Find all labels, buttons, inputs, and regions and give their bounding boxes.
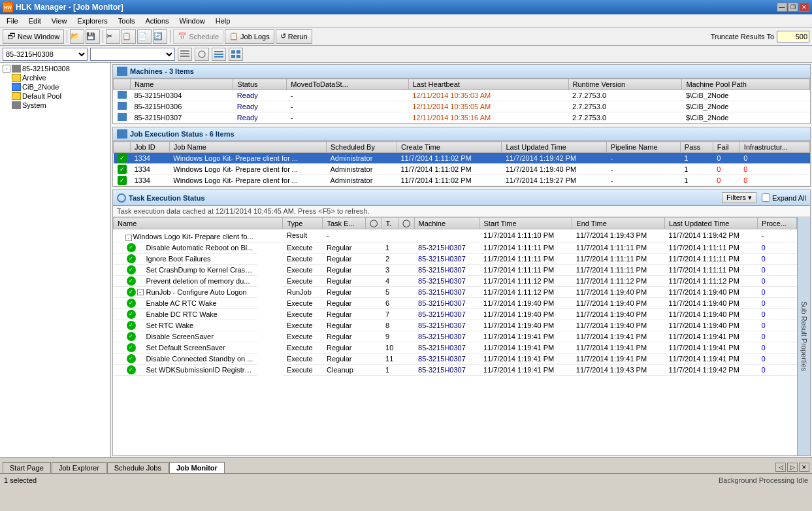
- schedule-button[interactable]: 📅 Schedule: [173, 29, 223, 44]
- addr-btn-4[interactable]: [229, 48, 243, 61]
- task-row[interactable]: ✓-RunJob - Configure Auto Logon RunJob R…: [114, 287, 797, 298]
- jobs-table-wrapper[interactable]: Job ID Job Name Scheduled By Create Time…: [113, 141, 810, 186]
- addr-btn-1[interactable]: [178, 48, 192, 61]
- menu-tools[interactable]: Tools: [113, 14, 140, 27]
- col-machine-poolpath[interactable]: Machine Pool Path: [682, 79, 810, 90]
- paste-button[interactable]: 📄: [137, 29, 152, 44]
- truncate-input[interactable]: [777, 31, 809, 42]
- addr-btn-3[interactable]: [212, 48, 226, 61]
- sidebar-item-default-pool[interactable]: Default Pool: [1, 91, 109, 101]
- job-logs-icon: 📋: [229, 32, 238, 41]
- expand-all-checkbox[interactable]: [762, 193, 770, 202]
- task-row[interactable]: ✓Set CrashDump to Kernel Crash... Execut…: [114, 265, 797, 276]
- col-task-col1[interactable]: ◯: [365, 218, 382, 229]
- machine-row-icon: [114, 101, 131, 112]
- col-job-pipeline[interactable]: Pipeline Name: [606, 142, 680, 153]
- pool-selector[interactable]: [90, 48, 175, 61]
- col-job-id[interactable]: Job ID: [131, 142, 170, 153]
- tab-nav-close[interactable]: ✕: [799, 463, 809, 472]
- col-task-exec[interactable]: Task E...: [323, 218, 365, 229]
- task-col1-7: [365, 309, 382, 320]
- tab-nav-left[interactable]: ◁: [775, 463, 786, 472]
- root-expand-icon[interactable]: -: [3, 65, 10, 73]
- task-row[interactable]: -Windows Logo Kit- Prepare client fo... …: [114, 229, 797, 242]
- col-task-proc[interactable]: Proce...: [757, 218, 796, 229]
- menu-window[interactable]: Window: [174, 14, 210, 27]
- col-task-col2[interactable]: ◯: [398, 218, 414, 229]
- tab-job-monitor[interactable]: Job Monitor: [169, 462, 225, 473]
- restore-button[interactable]: ❐: [788, 3, 798, 12]
- col-job-create[interactable]: Create Time: [397, 142, 502, 153]
- col-machine-runtime[interactable]: Runtime Version: [568, 79, 682, 90]
- job-row-1[interactable]: ✓ 1334 Windows Logo Kit- Prepare client …: [114, 164, 810, 175]
- window-title: HLK Manager - [Job Monitor]: [16, 3, 123, 12]
- task-row[interactable]: ✓Enable DC RTC Wake Execute Regular 7 85…: [114, 309, 797, 320]
- machine-row[interactable]: 85-3215H0307 Ready - 12/11/2014 10:35:16…: [114, 112, 810, 124]
- task-row[interactable]: ✓Set RTC Wake Execute Regular 8 85-3215H…: [114, 320, 797, 331]
- menu-actions[interactable]: Actions: [140, 14, 174, 27]
- task-row[interactable]: ✓Disable ScreenSaver Execute Regular 9 8…: [114, 331, 797, 342]
- machine-row[interactable]: 85-3215H0306 Ready - 12/11/2014 10:35:05…: [114, 101, 810, 112]
- job-row-2[interactable]: ✓ 1334 Windows Logo Kit- Prepare client …: [114, 175, 810, 186]
- save-button[interactable]: 💾: [86, 29, 100, 44]
- task-row[interactable]: ✓Disable Automatic Reboot on Bl... Execu…: [114, 242, 797, 254]
- col-task-name[interactable]: Name: [114, 218, 283, 229]
- rerun-button[interactable]: ↺ Rerun: [276, 29, 312, 44]
- job-logs-button[interactable]: 📋 Job Logs: [225, 29, 274, 44]
- sidebar-item-cib2node[interactable]: CiB_2Node: [1, 82, 109, 91]
- col-task-machine[interactable]: Machine: [414, 218, 479, 229]
- col-job-updated[interactable]: Last Updated Time: [502, 142, 607, 153]
- col-job-infra[interactable]: Infrastructur...: [739, 142, 809, 153]
- minimize-button[interactable]: —: [777, 3, 787, 12]
- col-job-scheduled[interactable]: Scheduled By: [327, 142, 397, 153]
- addr-btn-2[interactable]: [195, 48, 209, 61]
- menu-file[interactable]: File: [1, 14, 24, 27]
- tab-nav-right[interactable]: ▷: [787, 463, 798, 472]
- close-button[interactable]: ✕: [799, 3, 809, 12]
- col-job-fail[interactable]: Fail: [713, 142, 739, 153]
- task-row[interactable]: ✓Ignore Boot Failures Execute Regular 2 …: [114, 254, 797, 265]
- task-row[interactable]: ✓Set WDKSubmissionID Registry... Execute…: [114, 365, 797, 376]
- task-row[interactable]: ✓Set Default ScreenSaver Execute Regular…: [114, 342, 797, 354]
- col-task-updated[interactable]: Last Updated Time: [665, 218, 758, 229]
- tab-start-page[interactable]: Start Page: [3, 462, 51, 473]
- menu-explorers[interactable]: Explorers: [72, 14, 112, 27]
- machine-selector[interactable]: 85-3215H0308: [3, 48, 88, 61]
- new-window-button[interactable]: 🗗 New Window: [3, 29, 64, 44]
- task-end-6: 11/7/2014 1:19:40 PM: [572, 298, 665, 309]
- machine-row[interactable]: 85-3215H0304 Ready - 12/11/2014 10:35:03…: [114, 90, 810, 101]
- sidebar-item-archive[interactable]: Archive: [1, 73, 109, 82]
- col-machine-status[interactable]: Status: [233, 79, 287, 90]
- col-job-name[interactable]: Job Name: [169, 142, 326, 153]
- task-row[interactable]: ✓Enable AC RTC Wake Execute Regular 6 85…: [114, 298, 797, 309]
- col-machine-moved[interactable]: MovedToDataSt...: [287, 79, 408, 90]
- col-job-pass[interactable]: Pass: [680, 142, 713, 153]
- machines-table-wrapper[interactable]: Name Status MovedToDataSt... Last Heartb…: [113, 78, 810, 124]
- sidebar-root[interactable]: - 85-3215H0308: [1, 64, 109, 73]
- task-proc-4: 0: [757, 276, 796, 287]
- col-task-t[interactable]: T.: [382, 218, 398, 229]
- task-row[interactable]: ✓Disable Connected Standby on ... Execut…: [114, 354, 797, 365]
- menu-edit[interactable]: Edit: [24, 14, 46, 27]
- open-button[interactable]: 📂: [70, 29, 84, 44]
- col-task-type[interactable]: Type: [283, 218, 323, 229]
- col-machine-heartbeat[interactable]: Last Heartbeat: [408, 79, 568, 90]
- tab-schedule-jobs[interactable]: Schedule Jobs: [107, 462, 169, 473]
- tab-job-explorer[interactable]: Job Explorer: [52, 462, 106, 473]
- col-task-start[interactable]: Start Time: [479, 218, 572, 229]
- col-task-end[interactable]: End Time: [572, 218, 665, 229]
- task-table-wrapper[interactable]: Name Type Task E... ◯ T. ◯ Machine Start…: [113, 217, 797, 455]
- menu-view[interactable]: View: [46, 14, 73, 27]
- task-col1-4: [365, 276, 382, 287]
- new-window-icon: 🗗: [7, 31, 16, 41]
- filters-button[interactable]: Filters ▾: [722, 192, 756, 203]
- task-row[interactable]: ✓Prevent deletion of memory du... Execut…: [114, 276, 797, 287]
- refresh-button[interactable]: 🔄: [153, 29, 167, 44]
- col-machine-name[interactable]: Name: [131, 79, 233, 90]
- job-create-1: 11/7/2014 1:11:02 PM: [397, 164, 502, 175]
- sidebar-item-system[interactable]: System: [1, 101, 109, 110]
- menu-help[interactable]: Help: [210, 14, 236, 27]
- job-row-0[interactable]: ✓ 1334 Windows Logo Kit- Prepare client …: [114, 153, 810, 164]
- cut-button[interactable]: ✂: [106, 29, 120, 44]
- copy-button[interactable]: 📋: [122, 29, 136, 44]
